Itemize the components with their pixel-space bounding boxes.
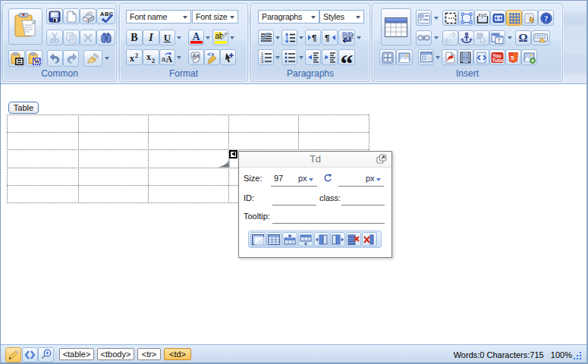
svg-text:A: A xyxy=(192,31,200,42)
svg-text:¶: ¶ xyxy=(325,33,330,42)
svg-text:BR: BR xyxy=(341,31,354,39)
svg-text:x: x xyxy=(130,53,134,63)
svg-text:5: 5 xyxy=(511,55,514,61)
svg-text:2: 2 xyxy=(135,52,138,59)
svg-text:W: W xyxy=(33,58,39,65)
svg-text:7: 7 xyxy=(498,38,501,43)
svg-text:2: 2 xyxy=(152,58,155,63)
svg-text:Tube: Tube xyxy=(492,58,504,63)
svg-text:a: a xyxy=(162,55,165,63)
svg-text:x: x xyxy=(146,52,151,62)
svg-text:3: 3 xyxy=(261,59,263,64)
svg-text:A: A xyxy=(165,54,172,64)
svg-text:xyz: xyz xyxy=(478,13,487,18)
svg-text:?: ? xyxy=(544,14,549,23)
svg-text:¶: ¶ xyxy=(312,33,317,42)
